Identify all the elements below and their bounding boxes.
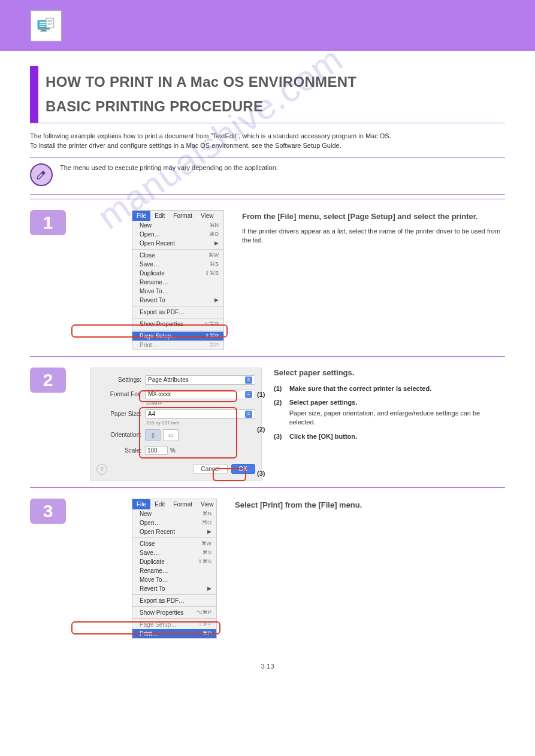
divider xyxy=(30,356,505,357)
menu-item: Duplicate xyxy=(140,270,165,277)
page-setup-dialog: Settings: Page Attributes≡ Format For: M… xyxy=(90,368,262,481)
shortcut: ⇧⌘S xyxy=(205,270,219,277)
menu-item: Save… xyxy=(140,549,159,556)
format-for-label: Format For: xyxy=(96,391,141,397)
menu-item: Open Recent xyxy=(140,240,175,247)
menu-item: Open Recent xyxy=(140,529,175,535)
orientation-label: Orientation: xyxy=(96,432,141,438)
monitor-doc-icon xyxy=(37,17,56,35)
shortcut: ⌘W xyxy=(208,252,219,259)
note-block: The menu used to execute printing may va… xyxy=(30,157,505,195)
bullet-sub: Paper size, paper orientation, and enlar… xyxy=(289,409,505,427)
cancel-button: Cancel xyxy=(193,464,227,474)
bullet-label: (3) xyxy=(274,432,289,441)
ok-button: OK xyxy=(231,464,255,474)
orientation-portrait: ▯ xyxy=(145,429,161,441)
svg-rect-10 xyxy=(47,24,51,25)
paper-size-label: Paper Size: xyxy=(96,411,141,417)
menu-item: Close xyxy=(140,541,155,547)
menu-view: View xyxy=(197,499,218,509)
menu-file: File xyxy=(132,211,150,221)
menu-item: Duplicate xyxy=(140,558,165,565)
pencil-icon xyxy=(30,163,53,186)
shortcut: ⌘S xyxy=(210,261,219,268)
menubar: File Edit Format View xyxy=(132,211,223,221)
page-number: 3-13 xyxy=(30,645,505,682)
settings-label: Settings: xyxy=(96,377,141,383)
shortcut: ⌘W xyxy=(201,541,212,547)
svg-rect-3 xyxy=(40,26,46,27)
menu-item-label: Page Setup… xyxy=(140,333,177,339)
paper-size-select: A4≡ xyxy=(145,409,255,419)
menu-edit: Edit xyxy=(150,499,169,509)
intro-text: The following example explains how to pr… xyxy=(30,132,505,151)
divider xyxy=(30,487,505,488)
svg-rect-9 xyxy=(47,23,52,23)
menu-item: Page Setup… xyxy=(140,621,177,628)
step-2-title: Select paper settings. xyxy=(274,368,505,378)
orientation-landscape: ▭ xyxy=(163,429,179,441)
step-1-title: From the [File] menu, select [Page Setup… xyxy=(242,211,505,222)
format-for-select: MX-xxxx≡ xyxy=(145,390,255,399)
bullet-text: Make sure that the correct printer is se… xyxy=(289,384,431,393)
shortcut: ⌘P xyxy=(202,630,211,637)
step-number: 3 xyxy=(30,499,66,524)
shortcut: ⌘S xyxy=(202,549,211,556)
note-text: The menu used to execute printing may va… xyxy=(60,163,278,173)
main-heading: HOW TO PRINT IN A Mac OS ENVIRONMENT BAS… xyxy=(30,66,505,123)
menu-item: Rename… xyxy=(140,567,168,574)
chevron-icon: ≡ xyxy=(245,391,252,398)
menu-view: View xyxy=(197,211,218,221)
shortcut: ⌘N xyxy=(210,222,219,229)
menu-item: Print… xyxy=(140,342,158,348)
bullet-text: Click the [OK] button. xyxy=(289,432,357,441)
svg-rect-7 xyxy=(47,20,52,20)
shortcut: ⌥⌘P xyxy=(197,609,211,616)
menu-item: Open… xyxy=(140,520,160,526)
svg-rect-8 xyxy=(47,21,52,22)
step-number: 2 xyxy=(30,368,66,393)
step-3-title: Select [Print] from the [File] menu. xyxy=(235,500,362,511)
menu-item: Export as PDF… xyxy=(140,597,185,604)
shortcut: ⌘N xyxy=(202,511,212,517)
menu-screenshot-2: File Edit Format View New⌘N Open…⌘O Open… xyxy=(132,499,217,639)
printer-doc-icon xyxy=(30,10,62,42)
menu-item-page-setup: Page Setup…⇧⌘P xyxy=(132,332,223,341)
paper-sub: 210 by 297 mm xyxy=(146,420,255,426)
heading-accent-bar xyxy=(30,66,38,123)
menu-item: Move To… xyxy=(140,288,168,294)
format-for-sub: SHARP xyxy=(146,400,255,406)
shortcut: ⇧⌘S xyxy=(198,558,211,565)
submenu-arrow-icon: ▶ xyxy=(214,297,219,303)
submenu-arrow-icon: ▶ xyxy=(207,585,211,592)
chevron-icon: ≡ xyxy=(245,411,252,418)
settings-select: Page Attributes≡ xyxy=(145,375,255,385)
divider xyxy=(30,199,505,199)
shortcut: ⇧⌘P xyxy=(205,333,219,339)
menu-item: Revert To xyxy=(140,297,165,303)
menu-item-label: Print… xyxy=(140,630,158,637)
step-3: 3 File Edit Format View New⌘N Open…⌘O Op… xyxy=(30,499,505,639)
menu-item: Move To… xyxy=(140,576,168,583)
menu-item: New xyxy=(140,511,152,517)
divider xyxy=(30,123,505,123)
menu-item: Show Properties xyxy=(140,321,183,327)
menu-file: File xyxy=(132,499,150,509)
menu-item: Open… xyxy=(140,231,160,238)
shortcut: ⌥⌘P xyxy=(204,321,219,327)
menu-item: Close xyxy=(140,252,155,259)
menu-item: Export as PDF… xyxy=(140,309,185,315)
step-1-desc: If the printer drivers appear as a list,… xyxy=(242,227,505,245)
menu-item-print: Print…⌘P xyxy=(132,629,216,638)
chevron-icon: ≡ xyxy=(245,377,252,384)
bullet-label: (2) xyxy=(274,398,289,427)
scale-label: Scale: xyxy=(96,447,141,454)
shortcut: ⌘P xyxy=(210,342,219,348)
help-button: ? xyxy=(96,464,107,475)
step-number: 1 xyxy=(30,210,66,235)
svg-rect-4 xyxy=(41,29,46,31)
callout-1: (1) xyxy=(257,390,265,399)
top-header-bar xyxy=(0,0,535,51)
shortcut: ⇧⌘P xyxy=(198,621,211,628)
bullet-label: (1) xyxy=(274,384,289,393)
